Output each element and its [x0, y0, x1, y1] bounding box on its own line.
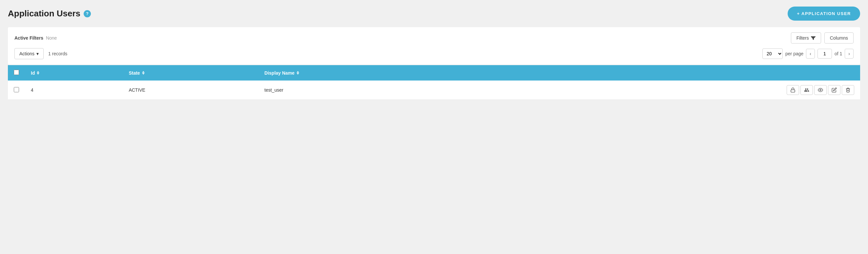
select-all-col [8, 65, 25, 80]
filter-right: Filters Columns [791, 32, 854, 43]
row-actions-cell [481, 80, 860, 100]
add-user-button[interactable]: + APPLICATION USER [787, 6, 860, 21]
data-table: Id State [8, 65, 860, 100]
edit-button[interactable] [828, 85, 840, 95]
group-button[interactable] [800, 85, 813, 95]
actions-button[interactable]: Actions ▾ [14, 48, 43, 59]
row-actions [487, 85, 854, 95]
table-row: 4 ACTIVE test_user [8, 80, 860, 100]
filters-button[interactable]: Filters [791, 32, 821, 43]
records-count: 1 records [48, 51, 67, 56]
state-sort-icon [142, 71, 145, 75]
col-state-label: State [129, 70, 140, 76]
col-id[interactable]: Id [25, 65, 123, 80]
delete-button[interactable] [842, 85, 854, 95]
page-title: Application Users [8, 8, 81, 19]
id-sort-icon [37, 71, 39, 75]
row-display-name: test_user [258, 80, 481, 100]
row-checkbox[interactable] [14, 87, 19, 92]
col-actions [481, 65, 860, 80]
help-icon[interactable]: ? [84, 10, 91, 17]
view-button[interactable] [814, 85, 827, 95]
col-display-name-label: Display Name [265, 70, 294, 76]
actions-button-label: Actions [19, 51, 34, 56]
row-checkbox-cell [8, 80, 25, 100]
row-state: ACTIVE [123, 80, 258, 100]
page-header: Application Users ? + APPLICATION USER [8, 6, 860, 21]
lock-icon [790, 87, 796, 93]
filter-left: Active Filters None [14, 35, 57, 41]
edit-icon [832, 87, 837, 93]
filter-icon [811, 36, 815, 40]
svg-rect-0 [791, 90, 795, 92]
active-filters-value: None [46, 35, 57, 41]
table-header: Id State [8, 65, 860, 80]
per-page-label: per page [785, 51, 803, 56]
page-title-group: Application Users ? [8, 8, 91, 19]
action-left: Actions ▾ 1 records [14, 48, 67, 59]
row-id: 4 [25, 80, 123, 100]
action-right: 20 50 100 per page ‹ of 1 › [763, 48, 854, 59]
columns-button[interactable]: Columns [825, 32, 854, 43]
lock-button[interactable] [787, 85, 799, 95]
page-input[interactable] [817, 49, 832, 59]
display-name-sort-icon [297, 71, 299, 75]
actions-dropdown-icon: ▾ [36, 51, 39, 56]
toolbar-card: Active Filters None Filters Columns Ac [8, 27, 860, 65]
action-row: Actions ▾ 1 records 20 50 100 per page ‹… [14, 48, 854, 59]
col-id-label: Id [31, 70, 35, 76]
filter-row: Active Filters None Filters Columns [14, 32, 854, 43]
group-icon [804, 87, 809, 93]
columns-button-label: Columns [830, 35, 848, 41]
svg-point-1 [820, 89, 821, 91]
filters-button-label: Filters [797, 35, 809, 41]
delete-icon [845, 87, 850, 93]
next-page-button[interactable]: › [845, 49, 854, 59]
col-state[interactable]: State [123, 65, 258, 80]
per-page-select[interactable]: 20 50 100 [763, 48, 783, 59]
eye-icon [818, 87, 823, 93]
page-of-label: of 1 [835, 51, 842, 56]
table-body: 4 ACTIVE test_user [8, 80, 860, 100]
col-display-name[interactable]: Display Name [258, 65, 481, 80]
active-filters-label: Active Filters [14, 35, 43, 41]
select-all-checkbox[interactable] [14, 70, 19, 75]
prev-page-button[interactable]: ‹ [806, 49, 815, 59]
